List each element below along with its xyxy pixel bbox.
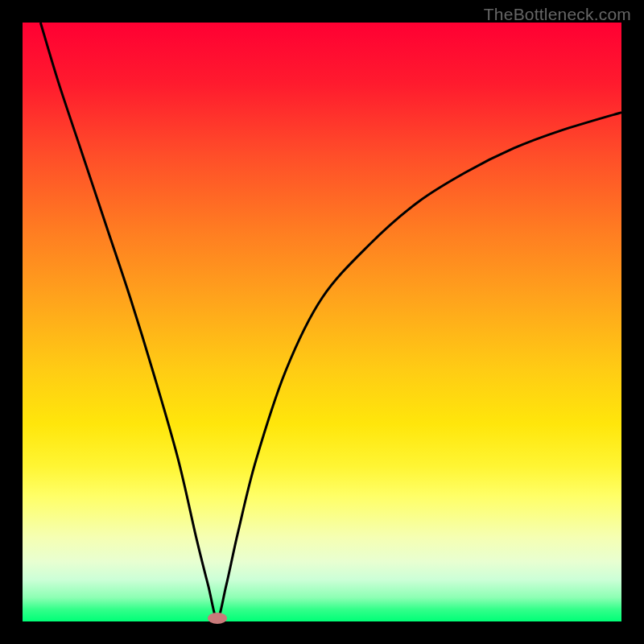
chart-frame: TheBottleneck.com [0, 0, 644, 644]
bottleneck-curve [23, 23, 621, 621]
watermark-text: TheBottleneck.com [484, 5, 631, 24]
chart-plot-area [23, 23, 621, 621]
minimum-marker [208, 613, 227, 624]
curve-path [40, 23, 621, 618]
